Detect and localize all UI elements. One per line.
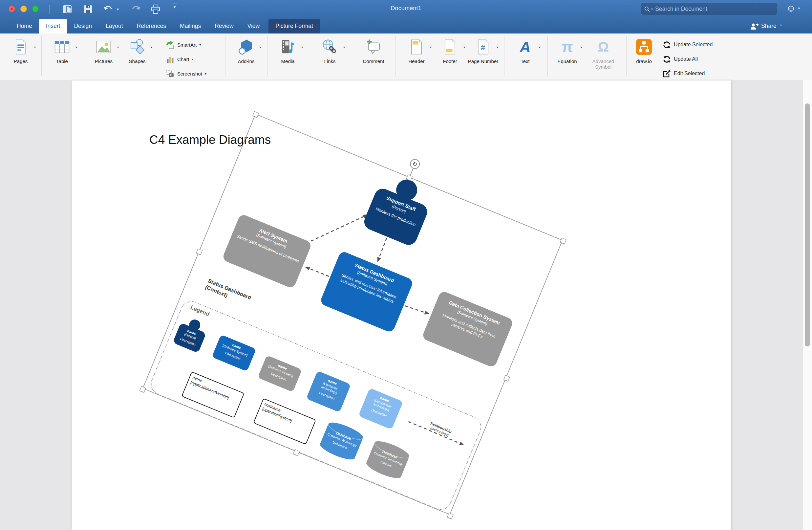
edit-selected-button[interactable]: Edit Selected: [662, 66, 748, 81]
equation-button[interactable]: π ▾ Equation: [551, 37, 583, 64]
ribbon: ▾ Pages ▾ Table ▾ Pictures ▾ Shapes: [0, 33, 812, 80]
header-button[interactable]: ▾ Header: [401, 37, 432, 64]
tab-home[interactable]: Home: [10, 19, 39, 33]
text-button[interactable]: A ▾ Text: [509, 37, 541, 64]
smartart-dropdown-chevron: ▾: [199, 43, 201, 47]
shapes-button[interactable]: ▾ Shapes: [121, 37, 153, 64]
equation-icon: π: [561, 38, 573, 56]
ribbon-tabs: Home Insert Design Layout References Mai…: [10, 19, 320, 33]
share-collapse-chevron[interactable]: ⌃: [779, 24, 783, 29]
account-smiley-icon: ☺: [786, 4, 796, 13]
table-dropdown-chevron: ▾: [75, 45, 77, 49]
tab-layout[interactable]: Layout: [99, 19, 130, 33]
search-input[interactable]: ▾ Search in Document: [641, 3, 778, 15]
search-scope-chevron[interactable]: ▾: [651, 7, 653, 11]
pages-button[interactable]: ▾ Pages: [5, 37, 37, 64]
pictures-dropdown-chevron: ▾: [117, 45, 119, 49]
drawio-button[interactable]: draw.io: [628, 37, 660, 64]
tab-insert[interactable]: Insert: [39, 19, 67, 33]
links-dropdown-chevron: ▾: [343, 45, 345, 49]
rotate-icon: ↻: [411, 160, 419, 168]
shapes-icon: [128, 38, 146, 56]
update-selected-button[interactable]: Update Selected: [662, 38, 748, 52]
tab-review[interactable]: Review: [208, 19, 240, 33]
comment-button[interactable]: Comment: [358, 37, 389, 64]
svg-text:#: #: [480, 43, 485, 52]
page-number-button[interactable]: # ▾ Page Number: [467, 37, 499, 64]
search-icon: [644, 6, 650, 12]
page-number-dropdown-chevron: ▾: [497, 45, 498, 49]
update-all-button[interactable]: Update All: [662, 52, 748, 66]
account-menu[interactable]: ☺ ▼: [786, 4, 801, 13]
screenshot-button[interactable]: Screenshot ▾: [166, 66, 221, 81]
tab-mailings[interactable]: Mailings: [173, 19, 208, 33]
drawio-actions-column: Update Selected Update All Edit Selected: [662, 38, 748, 81]
media-icon: [279, 38, 297, 56]
comment-icon: [365, 38, 382, 56]
table-button[interactable]: ▾ Table: [46, 37, 78, 64]
vertical-scrollbar[interactable]: [803, 80, 812, 530]
media-button[interactable]: ▾ Media: [272, 37, 304, 64]
pages-icon: [12, 38, 29, 56]
table-icon: [53, 38, 71, 56]
footer-dropdown-chevron: ▾: [463, 45, 465, 49]
tab-references[interactable]: References: [130, 19, 173, 33]
addins-button[interactable]: ▾ Add-ins: [230, 37, 262, 64]
screenshot-dropdown-chevron: ▾: [205, 72, 206, 75]
media-dropdown-chevron: ▾: [301, 45, 303, 49]
text-icon: A: [520, 38, 531, 56]
text-dropdown-chevron: ▾: [539, 45, 540, 49]
equation-dropdown-chevron: ▾: [581, 45, 582, 49]
tab-design[interactable]: Design: [67, 19, 99, 33]
refresh-icon: [662, 55, 671, 64]
pages-dropdown-chevron: ▾: [34, 45, 36, 49]
links-button[interactable]: ▾ Links: [314, 37, 346, 64]
illustrations-column: SmartArt ▾ Chart ▾ Screenshot ▾: [166, 38, 221, 81]
edit-icon: [662, 69, 671, 78]
pictures-button[interactable]: ▾ Pictures: [88, 37, 119, 64]
account-chevron-icon: ▼: [798, 6, 801, 10]
pictures-icon: [95, 38, 113, 56]
share-label: Share: [761, 23, 777, 30]
advanced-symbol-icon: Ω: [598, 39, 609, 55]
window-header: ▼ ▼ Document1 ▾ Search in Doc: [0, 0, 812, 33]
smartart-icon: [166, 40, 175, 49]
links-icon: [321, 38, 339, 56]
addins-icon: [237, 38, 255, 56]
scrollbar-thumb[interactable]: [805, 103, 810, 346]
chart-icon: [166, 55, 175, 64]
footer-button[interactable]: ▾ Footer: [434, 37, 466, 64]
footer-icon: [441, 38, 459, 56]
tab-view[interactable]: View: [241, 19, 267, 33]
page-number-icon: #: [475, 38, 492, 56]
screenshot-icon: [166, 69, 175, 78]
smartart-button[interactable]: SmartArt ▾: [166, 38, 221, 52]
titlebar: ▼ ▼ Document1 ▾ Search in Doc: [0, 0, 812, 19]
share-person-icon: [750, 23, 758, 30]
shapes-dropdown-chevron: ▾: [151, 45, 152, 49]
advanced-symbol-button: Ω Advanced Symbol: [588, 37, 619, 70]
tab-picture-format[interactable]: Picture Format: [269, 19, 320, 33]
chart-button[interactable]: Chart ▾: [166, 52, 221, 66]
drawio-icon: [635, 39, 652, 56]
search-placeholder: Search in Document: [655, 5, 707, 13]
header-dropdown-chevron: ▾: [430, 45, 432, 49]
refresh-icon: [662, 40, 671, 49]
share-button[interactable]: Share ⌃: [750, 19, 783, 33]
header-icon: [408, 38, 425, 56]
chart-dropdown-chevron: ▾: [192, 57, 194, 61]
addins-dropdown-chevron: ▾: [260, 45, 261, 49]
